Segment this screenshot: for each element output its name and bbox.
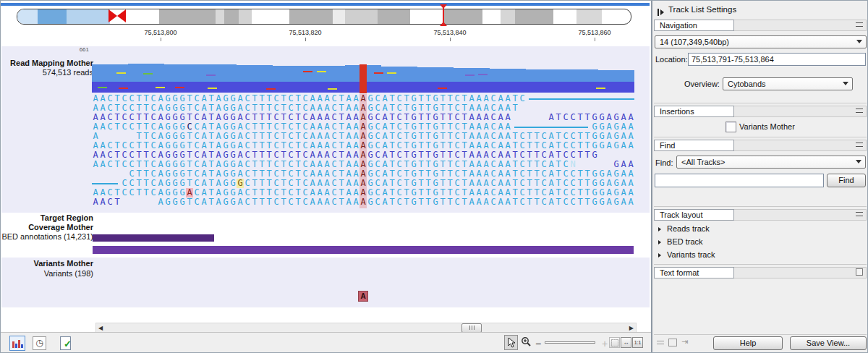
mismatch-dash <box>116 72 126 74</box>
navigation-section-header[interactable]: Navigation <box>654 20 867 31</box>
insertions-section-header[interactable]: Insertions <box>654 106 867 117</box>
ruler-tick-label: 75,513,800 <box>144 29 176 36</box>
selection-cursor-tool[interactable] <box>504 335 518 350</box>
cursor-arrow-icon <box>507 338 516 348</box>
read-base: G <box>591 150 598 160</box>
view-status-bar: ◷ ✓ − + <box>1 332 651 353</box>
find-scope-label: Find: <box>655 158 673 167</box>
coverage-forward <box>164 64 200 82</box>
genome-browser-window: 661 Read Mapping Mother 574,513 reads AA… <box>0 0 868 353</box>
read-mapping-track-title: Read Mapping Mother <box>1 59 93 67</box>
read-base: T <box>446 197 454 207</box>
mismatch-dash <box>266 88 276 90</box>
read-base: T <box>584 113 591 122</box>
read-base: A <box>215 197 222 207</box>
variant-marker[interactable]: A <box>358 291 368 302</box>
read-base: C <box>128 122 135 132</box>
track-layout-section-header[interactable]: Track layout <box>654 209 867 221</box>
read-base: T <box>511 103 519 113</box>
centromere-icon <box>109 9 117 22</box>
paired-read-connector <box>514 127 588 128</box>
variants-mother-checkbox-label: Variants Mother <box>739 122 795 131</box>
collapse-section-icon[interactable] <box>856 212 863 216</box>
read-base: C <box>273 197 280 207</box>
variants-mother-checkbox[interactable] <box>726 122 736 132</box>
selection-box-icon <box>611 339 618 346</box>
find-scope-select[interactable]: <All Tracks> <box>676 156 866 169</box>
read-base: G <box>591 197 598 207</box>
read-base: C <box>331 197 338 207</box>
zoom-tool[interactable] <box>519 335 533 350</box>
chromosome-select[interactable]: 14 (107,349,540bp) <box>655 35 867 48</box>
panel-collapse-icon[interactable] <box>658 5 664 18</box>
coverage-forward <box>309 66 345 82</box>
save-view-button[interactable]: Save View... <box>790 336 867 350</box>
element-info-view-icon[interactable]: ✓ <box>59 336 73 351</box>
chromosome-ideogram[interactable] <box>17 9 631 25</box>
read-base: A <box>99 122 106 132</box>
expand-arrow-icon <box>658 227 661 231</box>
section-divider <box>654 103 867 103</box>
collapse-section-icon[interactable] <box>856 109 863 113</box>
read-base: T <box>533 197 540 207</box>
read-base: C <box>193 197 200 207</box>
ruler-tick <box>305 38 306 41</box>
variants-track-title: Variants Mother <box>1 259 93 268</box>
read-base: C <box>106 197 114 207</box>
read-base: A <box>504 197 511 207</box>
read-base: C <box>562 113 569 122</box>
read-base: A <box>468 197 475 207</box>
expand-all-icon[interactable] <box>668 339 677 346</box>
cytoband <box>378 9 410 24</box>
track-layout-item-variants[interactable]: Variants track <box>658 250 715 259</box>
read-base: T <box>258 197 265 207</box>
read-base: C <box>396 197 403 207</box>
chevron-down-icon <box>856 160 861 163</box>
read-base: G <box>598 141 605 150</box>
ruler-tick-label: 75,513,840 <box>433 29 466 36</box>
read-base: T <box>265 197 273 207</box>
mismatch-dash <box>98 87 107 88</box>
read-base: T <box>114 122 121 132</box>
zoom-100-button[interactable]: 1:1 <box>632 337 643 348</box>
collapse-all-icon[interactable] <box>657 341 664 344</box>
expand-section-icon[interactable] <box>856 268 863 276</box>
track-list-settings-panel: Track List Settings Navigation 14 (107,3… <box>651 1 868 353</box>
ruler-tick <box>161 38 161 41</box>
read-base: C <box>106 160 114 169</box>
scroll-left-arrow-icon[interactable]: ◀ <box>98 324 103 332</box>
cytoband <box>333 9 345 24</box>
track-list-view-icon[interactable] <box>9 336 25 351</box>
scroll-right-arrow-icon[interactable]: ▶ <box>629 324 634 332</box>
find-button[interactable]: Find <box>827 174 866 187</box>
mismatch-dash <box>175 87 184 88</box>
read-base: A <box>316 197 323 207</box>
read-base: A <box>237 197 244 207</box>
zoom-in-button[interactable]: + <box>602 338 608 349</box>
fit-width-button[interactable]: ↔ <box>621 337 631 348</box>
track-layout-item-bed[interactable]: BED track <box>658 237 703 246</box>
read-base: T <box>511 197 519 207</box>
text-format-section-header[interactable]: Text format <box>654 267 867 278</box>
read-base: A <box>381 197 388 207</box>
track-layout-item-reads[interactable]: Reads track <box>658 224 710 233</box>
collapse-section-icon[interactable] <box>856 143 863 147</box>
zoom-slider[interactable] <box>545 341 595 344</box>
find-section-header[interactable]: Find <box>654 140 867 151</box>
location-input[interactable]: 75,513,791-75,513,864 <box>688 53 866 66</box>
read-base: T <box>576 150 584 160</box>
find-query-input[interactable] <box>655 174 824 187</box>
dock-panel-icon[interactable]: ⇥ <box>681 337 688 346</box>
overview-select[interactable]: Cytobands <box>723 77 853 90</box>
bed-annotation-bar <box>93 234 214 242</box>
cytoband <box>576 9 602 24</box>
collapse-section-icon[interactable] <box>856 22 863 27</box>
history-view-icon[interactable]: ◷ <box>33 336 46 350</box>
cytoband <box>345 9 378 24</box>
read-base: A <box>323 197 331 207</box>
zoom-to-selection-button[interactable] <box>609 337 620 348</box>
read-base: A <box>92 160 99 169</box>
help-button[interactable]: Help <box>713 336 783 350</box>
mismatch-dash <box>156 87 165 88</box>
zoom-out-button[interactable]: − <box>535 338 541 349</box>
